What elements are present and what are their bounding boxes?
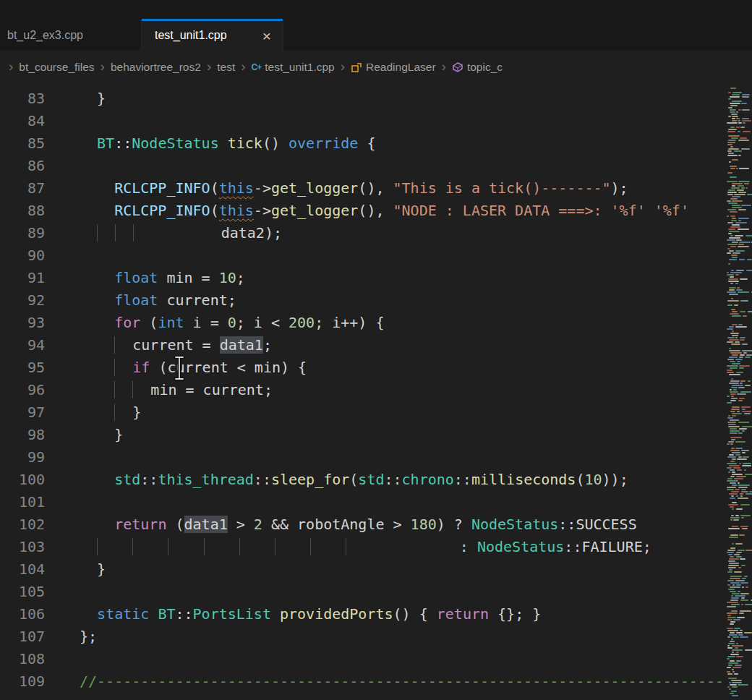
code-line[interactable]: 86 xyxy=(0,155,723,177)
minimap-line xyxy=(726,278,752,280)
breadcrumb-item-behaviortree-ros2[interactable]: behaviortree_ros2 xyxy=(111,61,201,74)
minimap-line xyxy=(726,372,752,373)
code-line[interactable]: 108 xyxy=(0,648,723,670)
minimap-line xyxy=(726,328,752,330)
minimap-line xyxy=(726,654,752,655)
code-line[interactable]: 84 xyxy=(0,110,723,132)
minimap-line xyxy=(726,317,752,319)
minimap-line xyxy=(726,643,752,644)
minimap-line xyxy=(726,302,752,304)
minimap-line xyxy=(726,686,752,688)
line-number: 109 xyxy=(0,670,45,693)
minimap-line xyxy=(726,556,752,558)
code-line[interactable]: 89 data2); xyxy=(0,222,723,244)
minimap-line xyxy=(726,150,752,152)
minimap-line xyxy=(726,628,752,629)
close-icon[interactable]: × xyxy=(262,28,271,43)
code-line[interactable]: 105 xyxy=(0,581,723,603)
minimap-line xyxy=(726,649,752,651)
minimap-line xyxy=(726,229,752,230)
line-number: 87 xyxy=(0,177,45,200)
minimap-line xyxy=(726,530,752,532)
minimap-line xyxy=(726,215,752,217)
minimap-line xyxy=(726,320,752,321)
minimap-line xyxy=(726,480,752,482)
minimap-line xyxy=(726,441,752,443)
tab-label: bt_u2_ex3.cpp xyxy=(7,29,83,42)
code-text xyxy=(45,491,80,513)
minimap-line xyxy=(726,122,752,124)
code-line[interactable]: 99 xyxy=(0,446,723,469)
minimap-line xyxy=(726,359,752,360)
minimap-line xyxy=(726,127,752,128)
code-line[interactable]: 102 return (data1 > 2 && robotAngle > 18… xyxy=(0,513,723,536)
breadcrumb-item-class[interactable]: ReadingLaser xyxy=(351,61,436,74)
code-line[interactable]: 87 RCLCPP_INFO(this->get_logger(), "This… xyxy=(0,177,723,200)
code-line[interactable]: 93 for (int i = 0; i < 200; i++) { xyxy=(0,312,723,334)
code-line[interactable]: 95 if (current < min) { xyxy=(0,357,723,379)
minimap-line xyxy=(726,458,752,460)
code-line[interactable]: 106 static BT::PortsList providedPorts()… xyxy=(0,603,723,626)
code-text: } xyxy=(45,558,106,581)
code-line[interactable]: 107}; xyxy=(0,626,723,648)
minimap-line xyxy=(726,185,752,187)
breadcrumb: › bt_course_files › behaviortree_ros2 › … xyxy=(0,51,752,83)
minimap-line xyxy=(726,665,752,666)
minimap-line xyxy=(726,179,752,180)
breadcrumb-item-test[interactable]: test xyxy=(217,61,235,74)
minimap-line xyxy=(726,285,752,286)
minimap-line xyxy=(726,417,752,419)
minimap-line xyxy=(726,602,752,603)
minimap-line xyxy=(726,170,752,171)
minimap[interactable] xyxy=(725,85,752,700)
code-line[interactable]: 92 float current; xyxy=(0,289,723,312)
code-line[interactable]: 83 } xyxy=(0,88,723,110)
breadcrumb-item-file[interactable]: C+ test_unit1.cpp xyxy=(252,61,335,74)
code-line[interactable]: 88 RCLCPP_INFO(this->get_logger(), "NODE… xyxy=(0,200,723,222)
minimap-line xyxy=(726,213,752,215)
minimap-line xyxy=(726,560,752,562)
code-text: }; xyxy=(45,626,97,648)
minimap-line xyxy=(726,400,752,401)
line-number: 108 xyxy=(0,648,45,670)
code-line[interactable]: 103 : NodeStatus::FAILURE; xyxy=(0,536,723,558)
minimap-line xyxy=(726,693,752,694)
code-line[interactable]: 104 } xyxy=(0,558,723,581)
code-line[interactable]: 91 float min = 10; xyxy=(0,267,723,289)
minimap-line xyxy=(726,673,752,675)
code-line[interactable]: 94 current = data1; xyxy=(0,334,723,357)
minimap-line xyxy=(726,101,752,102)
minimap-line xyxy=(726,519,752,521)
minimap-line xyxy=(726,513,752,514)
code-line[interactable]: 96 min = current; xyxy=(0,379,723,401)
code-line[interactable]: 90 xyxy=(0,244,723,267)
tab-test-unit1[interactable]: test_unit1.cpp × xyxy=(142,20,283,51)
code-line[interactable]: 101 xyxy=(0,491,723,513)
minimap-line xyxy=(726,289,752,291)
minimap-line xyxy=(726,606,752,607)
tab-bt-u2-ex3[interactable]: bt_u2_ex3.cpp xyxy=(0,20,142,51)
minimap-line xyxy=(726,450,752,451)
code-line[interactable]: 98 } xyxy=(0,424,723,446)
minimap-line xyxy=(726,172,752,174)
code-line[interactable]: 100 std::this_thread::sleep_for(std::chr… xyxy=(0,469,723,491)
minimap-line xyxy=(726,554,752,555)
minimap-line xyxy=(726,409,752,410)
minimap-line xyxy=(726,476,752,477)
code-line[interactable]: 85 BT::NodeStatus tick() override { xyxy=(0,132,723,155)
code-editor[interactable]: 83 }8485 BT::NodeStatus tick() override … xyxy=(0,83,752,700)
code-line[interactable]: 109//-----------------------------------… xyxy=(0,670,723,693)
breadcrumb-item-bt-course-files[interactable]: bt_course_files xyxy=(19,61,94,74)
line-number: 105 xyxy=(0,581,45,603)
code-text: BT::NodeStatus tick() override { xyxy=(45,132,375,155)
minimap-line xyxy=(726,304,752,306)
minimap-line xyxy=(726,604,752,605)
line-number: 88 xyxy=(0,200,45,222)
tab-bar: bt_u2_ex3.cpp test_unit1.cpp × xyxy=(0,20,752,51)
minimap-line xyxy=(726,482,752,484)
minimap-line xyxy=(726,116,752,117)
code-line[interactable]: 97 } xyxy=(0,401,723,424)
breadcrumb-item-topic[interactable]: topic_c xyxy=(452,61,503,74)
minimap-line xyxy=(726,348,752,349)
minimap-line xyxy=(726,281,752,282)
